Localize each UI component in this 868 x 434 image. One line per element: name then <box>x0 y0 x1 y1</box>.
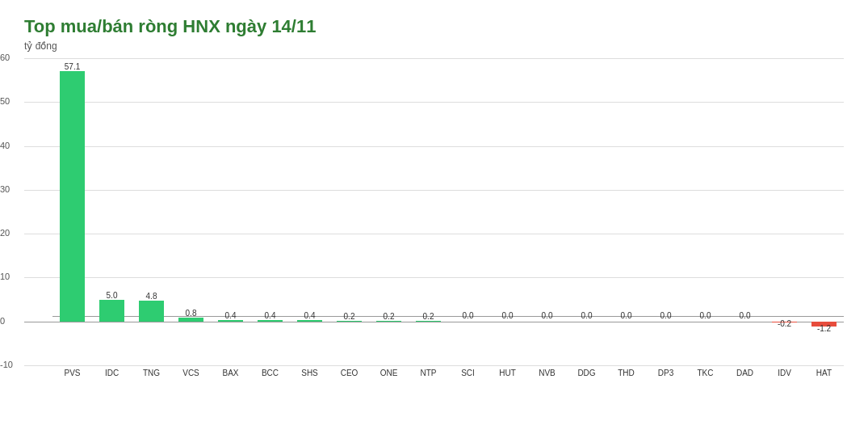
x-axis-label: TKC <box>686 365 725 398</box>
bar <box>218 320 244 322</box>
bar-value-label: -0.2 <box>765 319 804 328</box>
bar-group: 4.8 <box>132 58 171 365</box>
grid-label: 0 <box>0 316 5 326</box>
bar-value-label: 5.0 <box>92 291 132 300</box>
x-axis-label: IDC <box>92 365 132 398</box>
bar-group: -0.2 <box>765 58 804 365</box>
chart-unit: tỷ đồng <box>24 40 844 52</box>
bar-group: -1.2 <box>804 58 844 365</box>
bar-group: 0.4 <box>250 58 290 365</box>
bar-value-label: 0.4 <box>290 311 329 320</box>
bars-section: 57.15.04.80.80.40.40.40.20.20.20.00.00.0… <box>52 58 844 365</box>
bar-group: 57.1 <box>52 58 92 365</box>
bar-value-label: 0.2 <box>409 312 448 321</box>
bar-value-label: 0.0 <box>646 311 686 320</box>
x-axis-label: PVS <box>52 365 92 398</box>
bar-group: 0.0 <box>448 58 488 365</box>
bar-value-label: 0.8 <box>171 309 211 318</box>
bar-value-label: 4.8 <box>132 292 171 301</box>
chart-title: Top mua/bán ròng HNX ngày 14/11 <box>24 16 844 37</box>
x-axis-label: DDG <box>567 365 606 398</box>
bar-value-label: 0.0 <box>448 311 488 320</box>
bar <box>139 301 165 322</box>
x-axis-label: TNG <box>132 365 171 398</box>
x-axis-label: HUT <box>488 365 527 398</box>
bar <box>99 300 125 322</box>
bar-group: 0.0 <box>567 58 606 365</box>
x-axis-label: BCC <box>250 365 290 398</box>
grid-label: 30 <box>0 184 10 194</box>
chart-area: 6050403020100-10 57.15.04.80.80.40.40.40… <box>24 58 844 398</box>
bar-group: 0.8 <box>171 58 211 365</box>
bar-value-label: 0.2 <box>369 312 409 321</box>
bar-group: 0.0 <box>488 58 527 365</box>
bar-value-label: -1.2 <box>804 324 844 333</box>
x-axis-label: SHS <box>290 365 329 398</box>
bar-group: 0.0 <box>527 58 567 365</box>
x-axis-label: VCS <box>171 365 211 398</box>
x-axis-label: SCI <box>448 365 488 398</box>
x-axis-label: BAX <box>211 365 250 398</box>
x-axis-label: CEO <box>329 365 369 398</box>
bar <box>60 71 86 322</box>
bar-value-label: 0.0 <box>488 311 527 320</box>
bar <box>258 320 283 322</box>
bar-group: 0.2 <box>369 58 409 365</box>
bar-value-label: 57.1 <box>52 62 92 71</box>
bar-group: 0.2 <box>409 58 448 365</box>
x-axis-label: DAD <box>725 365 765 398</box>
bar-group: 0.0 <box>725 58 765 365</box>
chart-container: Top mua/bán ròng HNX ngày 14/11 tỷ đồng … <box>0 0 868 434</box>
bar-value-label: 0.2 <box>329 312 369 321</box>
bar-group: 0.0 <box>646 58 686 365</box>
grid-label: 10 <box>0 272 10 281</box>
bar-value-label: 0.0 <box>567 311 606 320</box>
x-axis-label: ONE <box>369 365 409 398</box>
bar-group: 0.0 <box>686 58 725 365</box>
bar <box>337 321 363 322</box>
x-axis-label: THD <box>606 365 646 398</box>
bar-group: 0.2 <box>329 58 369 365</box>
bar-group: 0.0 <box>606 58 646 365</box>
x-axis-label: DP3 <box>646 365 686 398</box>
bar <box>416 321 442 322</box>
bar-value-label: 0.0 <box>686 311 725 320</box>
x-axis-labels: PVSIDCTNGVCSBAXBCCSHSCEOONENTPSCIHUTNVBD… <box>52 365 844 398</box>
bar-value-label: 0.0 <box>725 311 765 320</box>
x-axis-label: NTP <box>409 365 448 398</box>
bar-group: 0.4 <box>290 58 329 365</box>
x-axis-label: IDV <box>765 365 804 398</box>
bar-value-label: 0.0 <box>606 311 646 320</box>
bar-value-label: 0.0 <box>527 311 567 320</box>
x-axis-label: HAT <box>804 365 844 398</box>
grid-label: -10 <box>0 360 13 369</box>
bar <box>376 321 402 322</box>
x-axis-label: NVB <box>527 365 567 398</box>
bar-group: 5.0 <box>92 58 132 365</box>
bar <box>297 320 323 322</box>
bar-value-label: 0.4 <box>211 311 250 320</box>
grid-label: 50 <box>0 96 10 106</box>
grid-label: 20 <box>0 228 10 238</box>
grid-label: 40 <box>0 141 10 150</box>
bar <box>178 318 204 321</box>
grid-label: 60 <box>0 53 10 62</box>
bar-group: 0.4 <box>211 58 250 365</box>
bar-value-label: 0.4 <box>250 311 290 320</box>
